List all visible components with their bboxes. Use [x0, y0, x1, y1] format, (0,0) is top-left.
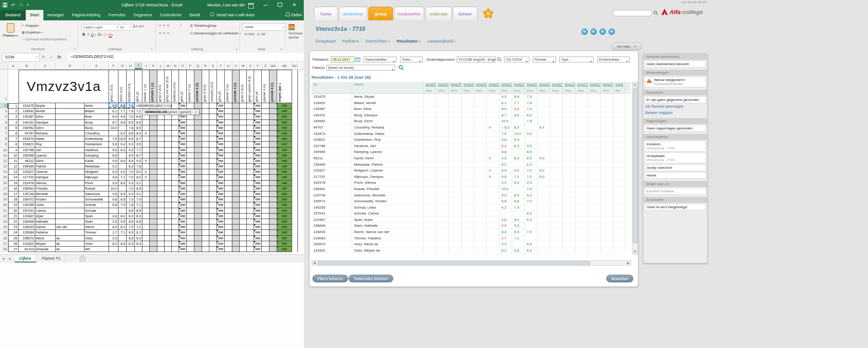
excel-cell-H11[interactable]: 8,5 — [127, 153, 135, 158]
excel-cell-Z15[interactable] — [262, 175, 269, 180]
excel-cell-Q26[interactable] — [194, 236, 202, 241]
result-cell-clipped[interactable] — [613, 192, 625, 199]
excel-cell-D5[interactable] — [56, 120, 85, 125]
excel-cell-P5[interactable] — [187, 120, 194, 125]
excel-cell-G18[interactable]: 8,5 — [118, 191, 127, 197]
result-cell-eng102[interactable] — [436, 241, 449, 248]
search-icon[interactable] — [653, 10, 658, 15]
excel-cell-B2[interactable]: 151675 — [19, 103, 35, 109]
result-cell-eng111[interactable] — [487, 205, 500, 211]
result-cell-eng112[interactable]: –8,3 — [500, 124, 512, 131]
result-cell-eng124[interactable] — [588, 198, 601, 205]
excel-cell-O2[interactable]: ### — [179, 103, 187, 109]
scroll-right-icon[interactable]: ▶ — [626, 261, 631, 265]
excel-cell-C18[interactable]: Michelle — [35, 191, 56, 197]
thousands-icon[interactable]: 000 — [248, 32, 254, 36]
excel-cell-W19[interactable] — [240, 197, 247, 202]
excel-cell-C6[interactable]: Demi — [35, 125, 56, 131]
insert-function-icon[interactable]: fx — [57, 55, 61, 59]
excel-cell-X15[interactable] — [247, 175, 254, 180]
excel-cell-U3[interactable] — [225, 109, 232, 114]
excel-cell-O12[interactable]: ### — [179, 158, 187, 164]
excel-cell-N12[interactable] — [172, 158, 179, 164]
result-cell-eng112[interactable]: 6,2 — [500, 248, 512, 254]
font-size-select[interactable]: 10▾ — [118, 24, 133, 31]
excel-cell-P19[interactable] — [187, 197, 194, 202]
excel-cell-X5[interactable] — [247, 120, 254, 125]
merge-center-button[interactable]: ⊟Samenvoegen en centreren ▾ — [190, 31, 241, 35]
number-format-icons[interactable]: % 000 ,0 ,00 — [244, 32, 265, 36]
excel-cell-I22[interactable]: 6,3 — [135, 214, 142, 219]
result-cell-eng111[interactable] — [487, 143, 500, 149]
excel-col-header-A[interactable]: A — [8, 62, 19, 69]
excel-cell-AB20[interactable]: ### — [277, 202, 292, 208]
excel-cell-U12[interactable] — [225, 158, 232, 164]
result-cell-eng122[interactable] — [563, 118, 576, 124]
sheet-next-icon[interactable]: ► — [7, 255, 14, 263]
excel-cell-O24[interactable]: ### — [179, 224, 187, 230]
excel-cell-M28[interactable] — [165, 247, 172, 252]
excel-cell-AB16[interactable]: ### — [277, 181, 292, 186]
excel-cell-I14[interactable]: 6,0 — [135, 169, 142, 175]
excel-cell-K24[interactable] — [150, 224, 157, 230]
excel-cell-AC10[interactable] — [292, 148, 298, 153]
excel-cell-AB18[interactable]: ### — [277, 191, 292, 197]
excel-cell-V28[interactable] — [232, 247, 240, 252]
excel-cell-O25[interactable]: ### — [179, 230, 187, 235]
excel-cell-V24[interactable] — [232, 224, 240, 230]
result-cell-eng123[interactable] — [576, 192, 588, 199]
result-cell-eng113[interactable] — [512, 241, 525, 248]
result-cell-eng114[interactable]: 8,5 — [525, 210, 538, 217]
excel-cell-S19[interactable] — [209, 197, 217, 202]
result-cell-eng101[interactable] — [424, 241, 436, 248]
excel-cell-V19[interactable] — [232, 197, 240, 202]
result-cell-eng104[interactable] — [462, 155, 474, 162]
result-cell-eng104[interactable] — [462, 100, 474, 106]
result-cell-eng103[interactable] — [449, 192, 462, 199]
excel-header-cell-R[interactable]: grmp 3 (6,0) — [202, 70, 209, 103]
result-cell-eng111[interactable] — [487, 235, 500, 242]
excel-row-header-10[interactable]: 10 — [0, 148, 8, 153]
result-row[interactable]: 150955Kamping, Lyanne8,88,5 — [311, 149, 631, 155]
excel-cell-E3[interactable]: Blaset — [85, 109, 109, 114]
excel-cell-B20[interactable]: 140255 — [19, 202, 35, 208]
excel-col-header-Z[interactable]: Z — [262, 62, 269, 69]
ribbon-tab-formules[interactable]: Formules — [104, 10, 130, 20]
go-to-button[interactable]: Ga naar... ▼ — [611, 43, 642, 50]
excel-cell-I3[interactable]: 7,2 — [135, 109, 142, 114]
excel-cell-X10[interactable] — [247, 148, 254, 153]
excel-cell-G13[interactable] — [118, 164, 127, 169]
excel-cell-M25[interactable] — [165, 230, 172, 235]
excel-cell-U18[interactable] — [225, 191, 232, 197]
excel-cell-AB3[interactable]: ### — [277, 109, 292, 114]
result-cell-eng124[interactable] — [588, 162, 601, 168]
excel-cell-D18[interactable] — [56, 191, 85, 197]
excel-cell-T6[interactable]: ### — [217, 125, 225, 131]
test-code-link-eng103[interactable]: eng103 — [451, 82, 462, 86]
excel-cell-Q20[interactable] — [194, 202, 202, 208]
excel-cell-D26[interactable]: de — [56, 236, 85, 241]
nav-tab-medewerker[interactable]: medewerker — [394, 7, 424, 20]
excel-cell-V17[interactable] — [232, 186, 240, 191]
account-text[interactable]: Lisa van der Meulen — [644, 0, 708, 4]
excel-cell-J16[interactable] — [142, 181, 150, 186]
excel-cell-S27[interactable] — [209, 241, 217, 247]
result-cell-eng114[interactable]: 8,5 — [525, 149, 538, 155]
excel-cell-P2[interactable] — [187, 103, 194, 109]
excel-row-header-28[interactable]: 28 — [0, 247, 8, 252]
excel-cell-T21[interactable]: ### — [217, 208, 225, 214]
excel-select-all[interactable] — [0, 62, 8, 69]
excel-cell-Z16[interactable] — [262, 181, 269, 186]
excel-cell-W8[interactable] — [240, 136, 247, 142]
result-cell-eng112[interactable]: 9,8 — [500, 198, 512, 205]
result-cell-eng101[interactable] — [424, 235, 436, 242]
excel-cell-AC9[interactable] — [292, 142, 298, 147]
excel-row-header-18[interactable]: 18 — [0, 191, 8, 197]
result-cell-eng112[interactable]: 8,8 — [500, 149, 512, 155]
result-cell-clipped[interactable] — [613, 235, 625, 242]
result-cell-eng111[interactable] — [487, 210, 500, 217]
excel-cell-B10[interactable]: 152786 — [19, 148, 35, 153]
excel-cell-X8[interactable] — [247, 136, 254, 142]
excel-cell-G5[interactable]: 8,6 — [118, 120, 127, 125]
excel-cell-B24[interactable]: 128493 — [19, 224, 35, 230]
